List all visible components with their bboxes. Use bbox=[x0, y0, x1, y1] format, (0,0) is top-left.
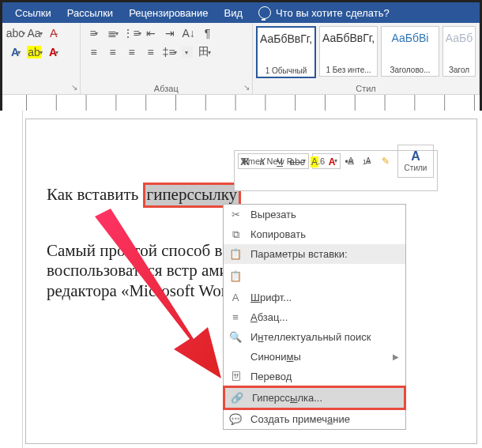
mini-numbering[interactable]: 1≡ bbox=[360, 158, 374, 166]
ctx-paste-header: 📋Параметры вставки: bbox=[224, 244, 405, 264]
dialog-launcher-icon[interactable]: ↘ bbox=[243, 83, 250, 92]
mini-italic[interactable]: К bbox=[255, 156, 269, 168]
link-icon: 🔗 bbox=[230, 392, 244, 404]
ctx-smartlookup[interactable]: 🔍Интеллектуальный поискИнтеллектуальный … bbox=[224, 327, 405, 347]
tellme-label: Что вы хотите сделать? bbox=[276, 7, 390, 19]
ctx-paste-options[interactable]: 📋 bbox=[224, 264, 405, 288]
dialog-launcher-icon[interactable]: ↘ bbox=[71, 83, 77, 92]
font-dropdown-icon[interactable]: abc▾ bbox=[9, 26, 23, 40]
ctx-paragraph[interactable]: ≡Абзац...Абзац... bbox=[224, 307, 405, 327]
multilevel-icon[interactable]: ⋮≡▾ bbox=[125, 26, 139, 40]
bullets-icon[interactable]: ≡▾ bbox=[87, 26, 101, 40]
lightbulb-icon bbox=[258, 6, 271, 19]
mini-bold[interactable]: Ж bbox=[238, 156, 252, 168]
ribbon: abc▾ Aa▾ A̶ A▾ ab▾ A▾ ↘ ≡▾ ≣▾ ⋮≡▾ ⇤ ⇥ A↓… bbox=[2, 23, 480, 95]
align-right-icon[interactable]: ≡ bbox=[125, 45, 139, 59]
mini-toolbar: Times New R▾ 16▾ A A ✎ A Стили Ж К Ч abc… bbox=[234, 150, 438, 191]
style-heading2[interactable]: АаБб Загол bbox=[442, 26, 476, 77]
mini-highlight[interactable]: A bbox=[307, 156, 322, 168]
justify-icon[interactable]: ≡ bbox=[144, 45, 158, 59]
context-menu: ✂Вырезать ⧉Копировать 📋Параметры вставки… bbox=[223, 204, 406, 430]
ribbon-tabs: Ссылки Рассылки Рецензирование Вид Что в… bbox=[2, 2, 480, 23]
tab-view[interactable]: Вид bbox=[217, 7, 251, 19]
scissors-icon: ✂ bbox=[228, 209, 243, 220]
align-left-icon[interactable]: ≡ bbox=[87, 45, 101, 59]
sort-icon[interactable]: A↓ bbox=[182, 26, 196, 40]
styles-group: АаБбВвГг, 1 Обычный АаБбВвГг, 1 Без инте… bbox=[253, 23, 480, 94]
ctx-hyperlink[interactable]: 🔗Гиперссылка...Гиперссылка... bbox=[223, 386, 406, 410]
paragraph-group: ≡▾ ≣▾ ⋮≡▾ ⇤ ⇥ A↓ ¶ ≡ ≡ ≡ ≡ ‡≡▾ ▾ 田▾ Абза… bbox=[81, 23, 253, 94]
tellme-search[interactable]: Что вы хотите сделать? bbox=[250, 6, 390, 19]
style-nospacing[interactable]: АаБбВвГг, 1 Без инте... bbox=[319, 26, 378, 77]
clear-format-icon[interactable]: A̶ bbox=[47, 26, 61, 40]
shading-icon[interactable]: ▾ bbox=[182, 47, 193, 58]
mini-underline[interactable]: Ч bbox=[273, 156, 287, 168]
borders-icon[interactable]: 田▾ bbox=[198, 45, 212, 59]
numbering-icon[interactable]: ≣▾ bbox=[106, 26, 120, 40]
ruler-vertical[interactable] bbox=[0, 111, 23, 448]
search-icon: 🔍 bbox=[228, 331, 243, 343]
ctx-comment[interactable]: 💬Создать примечаниеСоздать примечание bbox=[224, 409, 405, 429]
translate-icon: 🈂 bbox=[228, 371, 243, 382]
ctx-synonyms[interactable]: Синонимы▶Синонимы bbox=[224, 347, 405, 367]
copy-icon: ⧉ bbox=[228, 228, 243, 241]
paragraph-label: Абзац bbox=[81, 84, 252, 93]
paragraph-icon: ≡ bbox=[228, 311, 243, 323]
paste-option-icon: 📋 bbox=[228, 270, 243, 282]
mini-strike[interactable]: abc bbox=[290, 156, 304, 168]
ctx-font[interactable]: AШШрифт...рифт... bbox=[224, 288, 405, 307]
indent-dec-icon[interactable]: ⇤ bbox=[144, 26, 158, 40]
text-effects-icon[interactable]: A▾ bbox=[9, 45, 23, 59]
styles-label: Стил bbox=[253, 84, 479, 93]
indent-inc-icon[interactable]: ⇥ bbox=[163, 26, 177, 40]
tab-references[interactable]: Ссылки bbox=[7, 7, 59, 19]
font-color-icon[interactable]: A▾ bbox=[47, 45, 61, 59]
highlight-icon[interactable]: ab▾ bbox=[28, 45, 42, 59]
clipboard-icon: 📋 bbox=[228, 248, 243, 260]
comment-icon: 💬 bbox=[228, 413, 243, 425]
tab-mailings[interactable]: Рассылки bbox=[59, 7, 121, 19]
ctx-copy[interactable]: ⧉Копировать bbox=[224, 224, 405, 244]
align-center-icon[interactable]: ≡ bbox=[106, 45, 120, 59]
tab-review[interactable]: Рецензирование bbox=[121, 7, 216, 19]
style-normal[interactable]: АаБбВвГг, 1 Обычный bbox=[256, 26, 316, 78]
line-spacing-icon[interactable]: ‡≡▾ bbox=[163, 45, 177, 59]
font-group: abc▾ Aa▾ A̶ A▾ ab▾ A▾ ↘ bbox=[2, 23, 81, 94]
mini-fontcolor[interactable]: A bbox=[325, 156, 339, 168]
style-heading1[interactable]: АаБбВі Заголово... bbox=[381, 26, 439, 77]
mini-bullets[interactable]: •≡ bbox=[342, 156, 356, 168]
change-case-icon[interactable]: Aa▾ bbox=[28, 26, 42, 40]
pilcrow-icon[interactable]: ¶ bbox=[201, 26, 215, 40]
ctx-translate[interactable]: 🈂ПереводПеревод bbox=[224, 367, 405, 386]
font-icon: A bbox=[228, 292, 243, 303]
ctx-cut[interactable]: ✂Вырезать bbox=[224, 205, 405, 224]
